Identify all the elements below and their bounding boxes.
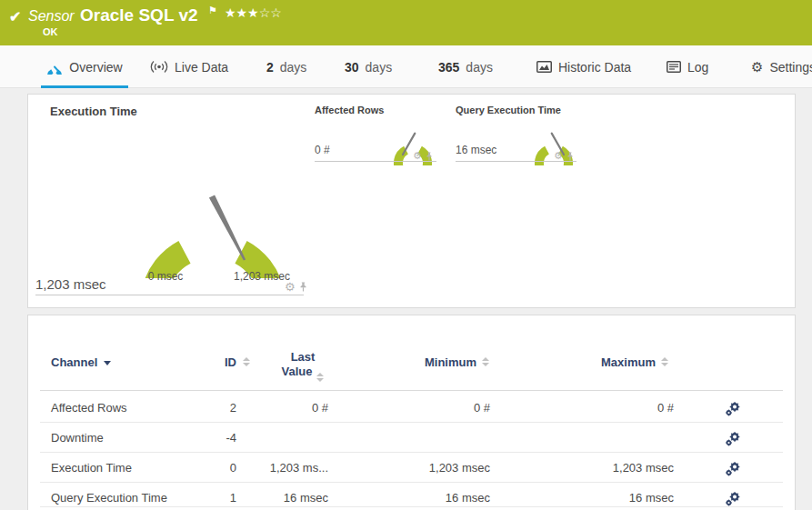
gauges-panel: Execution Time 0 msec 1,203 msec 1,203 m… <box>27 94 796 308</box>
gauge-block-actions: ⚙ <box>285 281 307 293</box>
sort-caret-down-icon <box>104 361 111 365</box>
sort-arrows-icon <box>316 373 324 382</box>
tab-label: days <box>366 60 393 75</box>
gauge-scale-min: 0 msec <box>148 270 184 283</box>
tab-log[interactable]: Log <box>667 45 708 88</box>
divider <box>35 295 304 295</box>
tab-label: days <box>280 60 307 75</box>
channel-name[interactable]: Downtime <box>51 431 104 445</box>
column-header-label: Value <box>282 365 313 378</box>
page-title: Oracle SQL v2 <box>80 5 198 25</box>
tab-label: Historic Data <box>558 60 631 75</box>
minimum-value: 16 msec <box>374 491 490 505</box>
tab-2-days[interactable]: 2 days <box>266 45 306 88</box>
log-icon <box>667 61 681 73</box>
column-header-label: Maximum <box>601 355 656 369</box>
stars-filled[interactable]: ★★★ <box>225 5 259 20</box>
channel-name[interactable]: Query Execution Time <box>51 491 167 505</box>
priority-stars[interactable]: ★★★☆☆ <box>225 5 282 20</box>
tab-label: Live Data <box>175 60 228 75</box>
last-value: 16 msec <box>242 491 328 505</box>
tab-30-days[interactable]: 30 days <box>345 45 392 88</box>
gear-icon: ⚙ <box>751 60 763 74</box>
tab-overview[interactable]: Overview <box>41 45 128 88</box>
table-row-execution-time[interactable]: Execution Time 0 1,203 ms... 1,203 msec … <box>28 461 795 491</box>
column-header-id[interactable]: ID <box>160 355 236 369</box>
gear-icon[interactable]: ⚙ <box>554 151 563 161</box>
gauge-value: 16 msec <box>456 144 496 156</box>
divider <box>40 390 783 391</box>
table-row-affected-rows[interactable]: Affected Rows 2 0 # 0 # 0 # <box>28 401 795 431</box>
tab-label: Overview <box>69 60 122 75</box>
execution-time-gauge <box>131 115 295 278</box>
stars-empty[interactable]: ☆☆ <box>259 5 282 20</box>
status-ok-check-icon: ✔ <box>9 8 21 25</box>
gauge-value: 1,203 msec <box>35 276 106 292</box>
column-header-label: Minimum <box>425 355 476 369</box>
tab-number: 2 <box>266 60 274 75</box>
pin-icon[interactable] <box>426 152 433 161</box>
divider <box>456 161 576 162</box>
divider <box>315 161 436 162</box>
pin-icon[interactable] <box>299 282 307 292</box>
tab-number: 30 <box>345 60 359 75</box>
gear-icon[interactable]: ⚙ <box>413 151 422 161</box>
gauge-icon <box>46 59 63 75</box>
sort-arrows-icon[interactable] <box>482 357 489 366</box>
channel-settings-icon[interactable] <box>725 401 741 420</box>
channel-id: 0 <box>160 461 236 475</box>
column-header-minimum[interactable]: Minimum <box>374 355 476 369</box>
gauge-block-actions: ⚙ <box>554 151 574 161</box>
column-header-label: ID <box>225 355 236 369</box>
sort-arrows-icon[interactable] <box>661 357 668 366</box>
last-value: 0 # <box>242 401 328 415</box>
chart-icon <box>536 61 552 73</box>
channel-table-panel: Channel ID Last Value Minimum Maximum Af… <box>27 315 796 510</box>
channel-settings-icon[interactable] <box>725 461 741 480</box>
channel-name[interactable]: Execution Time <box>51 461 132 475</box>
column-header-label: Last <box>291 350 316 364</box>
column-header-maximum[interactable]: Maximum <box>556 355 656 369</box>
table-row-downtime[interactable]: Downtime -4 <box>28 431 795 461</box>
minimum-value: 1,203 msec <box>374 461 490 475</box>
tab-label: days <box>466 60 493 75</box>
divider <box>40 482 783 483</box>
maximum-value: 1,203 msec <box>556 461 674 475</box>
channel-id: -4 <box>160 431 236 445</box>
tab-number: 365 <box>438 60 459 75</box>
flag-icon[interactable]: ⚑ <box>208 5 217 16</box>
tab-historic-data[interactable]: Historic Data <box>536 45 631 88</box>
tab-bar: Overview Live Data 2 days 30 days 365 da… <box>0 45 812 88</box>
gauge-title: Execution Time <box>50 105 137 118</box>
tab-365-days[interactable]: 365 days <box>438 45 493 88</box>
active-tab-indicator <box>41 85 128 88</box>
gauge-block-actions: ⚙ <box>413 151 433 161</box>
pin-icon[interactable] <box>566 152 574 161</box>
gear-icon[interactable]: ⚙ <box>285 281 296 293</box>
tab-live-data[interactable]: Live Data <box>150 45 228 88</box>
column-header-label: Channel <box>51 355 97 369</box>
maximum-value: 0 # <box>556 401 674 415</box>
channel-id: 1 <box>160 491 236 505</box>
divider <box>40 452 783 453</box>
gauge-value: 0 # <box>315 144 330 156</box>
divider <box>40 422 783 423</box>
object-kind-label: Sensor <box>28 8 75 25</box>
status-badge: OK <box>43 26 58 37</box>
divider <box>40 506 783 507</box>
tab-label: Settings <box>769 60 812 75</box>
channel-id: 2 <box>160 401 236 415</box>
sort-arrows-icon[interactable] <box>243 357 250 366</box>
last-value: 1,203 ms... <box>242 461 328 475</box>
minimum-value: 0 # <box>374 401 490 415</box>
gauge-title: Affected Rows <box>315 105 384 115</box>
tab-label: Log <box>687 60 708 75</box>
channel-settings-icon[interactable] <box>725 431 741 450</box>
channel-name[interactable]: Affected Rows <box>51 401 127 415</box>
gauge-scale-max: 1,203 msec <box>234 270 290 283</box>
live-icon <box>150 60 168 74</box>
column-header-channel[interactable]: Channel <box>51 355 111 369</box>
maximum-value: 16 msec <box>556 491 674 505</box>
tab-settings[interactable]: ⚙ Settings <box>751 45 812 88</box>
column-header-last-value[interactable]: Last Value <box>257 350 348 382</box>
